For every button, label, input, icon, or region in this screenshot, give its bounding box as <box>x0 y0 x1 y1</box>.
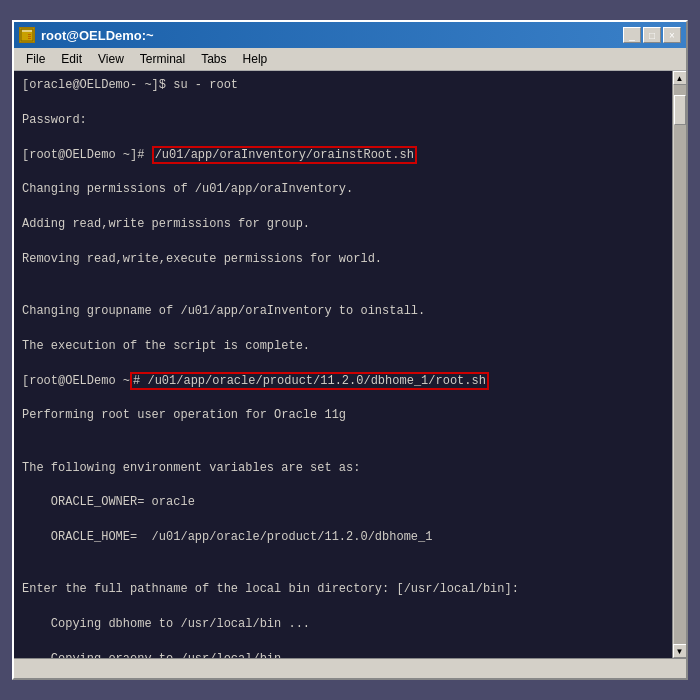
terminal-line: Adding read,write permissions for group. <box>22 216 664 233</box>
scrollbar[interactable]: ▲ ▼ <box>672 71 686 658</box>
scroll-track[interactable] <box>674 85 686 644</box>
svg-rect-3 <box>28 36 31 37</box>
svg-rect-1 <box>22 30 32 32</box>
window-title: root@OELDemo:~ <box>41 28 154 43</box>
menu-help[interactable]: Help <box>235 50 276 68</box>
terminal-line: Enter the full pathname of the local bin… <box>22 581 664 598</box>
scroll-thumb[interactable] <box>674 95 686 125</box>
terminal-line: The following environment variables are … <box>22 460 664 477</box>
menu-tabs[interactable]: Tabs <box>193 50 234 68</box>
terminal-icon <box>19 27 35 43</box>
minimize-button[interactable]: _ <box>623 27 641 43</box>
title-bar: root@OELDemo:~ _ □ × <box>14 22 686 48</box>
svg-rect-2 <box>28 34 31 35</box>
terminal-line: Password: <box>22 112 664 129</box>
highlight-box-1: /u01/app/oraInventory/orainstRoot.sh <box>152 146 417 164</box>
terminal-line-highlight2: [root@OELDemo ~# /u01/app/oracle/product… <box>22 373 664 390</box>
terminal-line: Copying oraenv to /usr/local/bin ... <box>22 651 664 658</box>
terminal-line: The execution of the script is complete. <box>22 338 664 355</box>
scroll-up-button[interactable]: ▲ <box>673 71 687 85</box>
terminal-output[interactable]: [oracle@OELDemo- ~]$ su - root Password:… <box>14 71 672 658</box>
terminal-line: ORACLE_OWNER= oracle <box>22 494 664 511</box>
menu-terminal[interactable]: Terminal <box>132 50 193 68</box>
terminal-window: root@OELDemo:~ _ □ × File Edit View Term… <box>12 20 688 680</box>
terminal-area: [oracle@OELDemo- ~]$ su - root Password:… <box>14 71 686 658</box>
svg-rect-4 <box>28 38 31 39</box>
terminal-line: Copying dbhome to /usr/local/bin ... <box>22 616 664 633</box>
terminal-line: Performing root user operation for Oracl… <box>22 407 664 424</box>
scroll-down-button[interactable]: ▼ <box>673 644 687 658</box>
title-bar-left: root@OELDemo:~ <box>19 27 154 43</box>
menu-file[interactable]: File <box>18 50 53 68</box>
terminal-line: Removing read,write,execute permissions … <box>22 251 664 268</box>
terminal-line: Changing permissions of /u01/app/oraInve… <box>22 181 664 198</box>
highlight-box-2: # /u01/app/oracle/product/11.2.0/dbhome_… <box>130 372 489 390</box>
terminal-line: [oracle@OELDemo- ~]$ su - root <box>22 77 664 94</box>
window-controls: _ □ × <box>623 27 681 43</box>
status-bar <box>14 658 686 678</box>
terminal-line: Changing groupname of /u01/app/oraInvent… <box>22 303 664 320</box>
menu-edit[interactable]: Edit <box>53 50 90 68</box>
close-button[interactable]: × <box>663 27 681 43</box>
terminal-line-highlight1: [root@OELDemo ~]# /u01/app/oraInventory/… <box>22 147 664 164</box>
menu-bar: File Edit View Terminal Tabs Help <box>14 48 686 71</box>
maximize-button[interactable]: □ <box>643 27 661 43</box>
terminal-line: ORACLE_HOME= /u01/app/oracle/product/11.… <box>22 529 664 546</box>
menu-view[interactable]: View <box>90 50 132 68</box>
